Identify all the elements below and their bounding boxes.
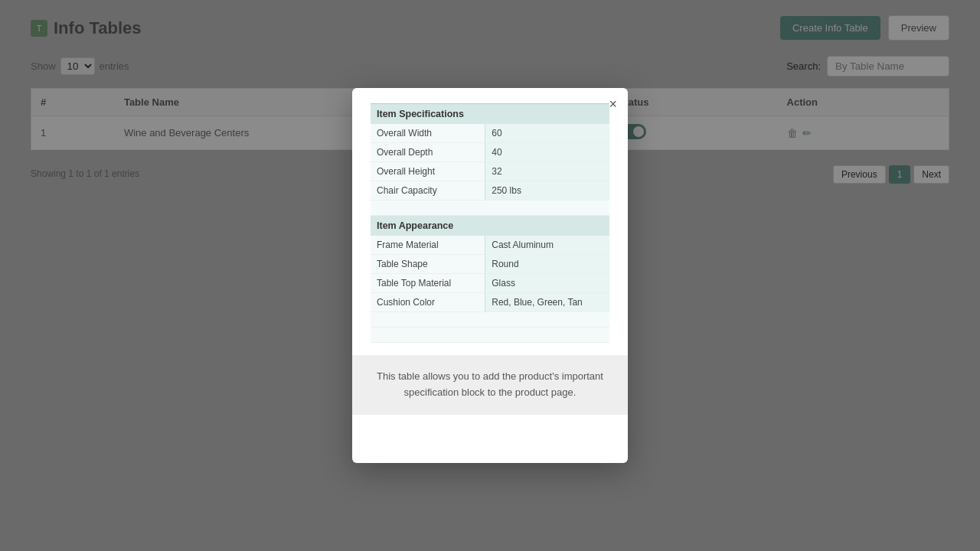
spec-value-height: 32 xyxy=(485,162,609,181)
spec-label-tabletop: Table Top Material xyxy=(371,274,485,293)
spec-label-height: Overall Height xyxy=(371,162,485,181)
spec-row-cushion: Cushion Color Red, Blue, Green, Tan xyxy=(371,293,609,312)
modal-overlay: × Item Specifications Overall Width 60 O… xyxy=(0,0,980,551)
section2-header-row: Item Appearance xyxy=(371,216,609,236)
spec-row-width: Overall Width 60 xyxy=(371,124,609,143)
spec-label-frame: Frame Material xyxy=(371,236,485,255)
modal: × Item Specifications Overall Width 60 O… xyxy=(352,88,628,463)
spec-value-capacity: 250 lbs xyxy=(485,181,609,201)
spec-value-tabletop: Glass xyxy=(485,274,609,293)
modal-body: Item Specifications Overall Width 60 Ove… xyxy=(352,88,628,343)
spec-value-depth: 40 xyxy=(485,143,609,162)
spec-value-frame: Cast Aluminum xyxy=(485,236,609,255)
spec-value-width: 60 xyxy=(485,124,609,143)
spec-row-frame: Frame Material Cast Aluminum xyxy=(371,236,609,255)
spec-label-capacity: Chair Capacity xyxy=(371,181,485,201)
section1-header: Item Specifications xyxy=(371,104,609,125)
spec-label-width: Overall Width xyxy=(371,124,485,143)
section1-header-row: Item Specifications xyxy=(371,104,609,125)
spec-table: Item Specifications Overall Width 60 Ove… xyxy=(371,103,609,343)
modal-footer: This table allows you to add the product… xyxy=(352,355,628,415)
spec-label-cushion: Cushion Color xyxy=(371,293,485,312)
modal-footer-text: This table allows you to add the product… xyxy=(369,369,611,401)
modal-close-button[interactable]: × xyxy=(609,97,617,111)
section2-header: Item Appearance xyxy=(371,216,609,236)
spec-row-shape: Table Shape Round xyxy=(371,255,609,274)
empty-row-2 xyxy=(371,312,609,328)
empty-row-1 xyxy=(371,201,609,216)
spec-label-depth: Overall Depth xyxy=(371,143,485,162)
spec-row-capacity: Chair Capacity 250 lbs xyxy=(371,181,609,201)
spec-row-height: Overall Height 32 xyxy=(371,162,609,181)
spec-label-shape: Table Shape xyxy=(371,255,485,274)
spec-row-depth: Overall Depth 40 xyxy=(371,143,609,162)
spec-row-tabletop: Table Top Material Glass xyxy=(371,274,609,293)
spec-value-shape: Round xyxy=(485,255,609,274)
spec-value-cushion: Red, Blue, Green, Tan xyxy=(485,293,609,312)
empty-row-3 xyxy=(371,328,609,343)
